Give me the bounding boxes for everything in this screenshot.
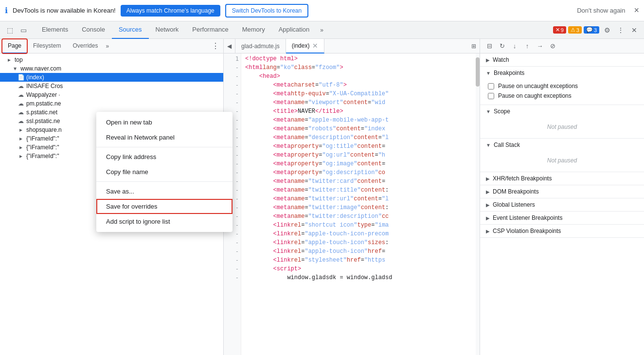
tab-network[interactable]: Network bbox=[149, 21, 186, 39]
scroll-indicator bbox=[476, 53, 480, 355]
file-icon: 📄 bbox=[18, 74, 24, 81]
center-panel: ◀ glad-admute.js (index) ✕ ⊞ 1 - - - - -… bbox=[224, 39, 480, 355]
tab-overrides[interactable]: Overrides bbox=[67, 39, 104, 53]
csp-label: CSP Violation Breakpoints bbox=[493, 228, 561, 234]
editor-tab-close[interactable]: ✕ bbox=[312, 42, 318, 50]
tree-label: ssl.pstatic.ne bbox=[26, 118, 60, 124]
ctx-separator-1 bbox=[96, 147, 233, 147]
tree-label: top bbox=[15, 56, 23, 63]
section-csp: ▶ CSP Violation Breakpoints bbox=[480, 225, 644, 238]
tree-item-index[interactable]: 📄 (index) bbox=[0, 73, 223, 82]
code-line: <title>NAVER</title> bbox=[245, 107, 476, 116]
code-line: <meta property="og:image" content= bbox=[245, 160, 476, 168]
section-dom-header[interactable]: ▶ DOM Breakpoints bbox=[480, 185, 644, 198]
tab-performance[interactable]: Performance bbox=[185, 21, 235, 39]
tree-label: www.naver.com bbox=[20, 65, 61, 72]
watch-arrow: ▶ bbox=[486, 57, 490, 63]
code-area[interactable]: 1 - - - - - - - - - - - - - - - - - - - bbox=[224, 53, 480, 355]
section-watch-header[interactable]: ▶ Watch bbox=[480, 53, 644, 66]
step-out-icon[interactable]: → bbox=[535, 41, 545, 52]
tab-sources[interactable]: Sources bbox=[112, 21, 149, 39]
cloud-icon: ☁ bbox=[18, 109, 24, 116]
breakpoints-arrow: ▼ bbox=[486, 71, 491, 76]
folder-icon: ▸ bbox=[18, 126, 24, 133]
code-line: <meta http-equiv="X-UA-Compatible" bbox=[245, 89, 476, 98]
editor-tab-label: (index) bbox=[292, 42, 310, 49]
panel-menu-dots[interactable]: ⋮ bbox=[210, 41, 221, 51]
section-event-listeners: ▶ Event Listener Breakpoints bbox=[480, 212, 644, 225]
ctx-save-as[interactable]: Save as... bbox=[96, 184, 233, 199]
cursor-icon[interactable]: ⬚ bbox=[4, 24, 16, 36]
editor-tab-index[interactable]: (index) ✕ bbox=[286, 39, 325, 53]
editor-expand-button[interactable]: ⊞ bbox=[468, 39, 480, 53]
section-global-listeners-header[interactable]: ▶ Global Listeners bbox=[480, 198, 644, 211]
section-callstack-body: Not paused bbox=[480, 151, 644, 172]
panel-more-tabs[interactable]: » bbox=[106, 43, 109, 50]
dismiss-button[interactable]: Don't show again bbox=[577, 7, 625, 14]
tab-application[interactable]: Application bbox=[272, 21, 317, 39]
tree-label: (index) bbox=[26, 74, 44, 81]
section-event-listeners-header[interactable]: ▶ Event Listener Breakpoints bbox=[480, 212, 644, 224]
section-csp-header[interactable]: ▶ CSP Violation Breakpoints bbox=[480, 225, 644, 237]
tree-item-pm[interactable]: ☁ pm.pstatic.ne bbox=[0, 99, 223, 108]
warning-badge[interactable]: ⚠3 bbox=[568, 26, 582, 34]
message-badge[interactable]: 💬3 bbox=[584, 26, 599, 34]
tree-item-wappalyzer[interactable]: ☁ Wappalyzer · bbox=[0, 90, 223, 99]
tree-label: pm.pstatic.ne bbox=[26, 100, 61, 107]
tree-label: INISAFE Cros bbox=[26, 83, 63, 89]
code-line: <link rel="apple-touch-icon-precom bbox=[245, 230, 476, 238]
resume-icon[interactable]: ↻ bbox=[497, 41, 507, 52]
ctx-save-overrides[interactable]: Save for overrides bbox=[96, 199, 233, 214]
more-options-icon[interactable]: ⋮ bbox=[615, 24, 626, 36]
cloud-icon: ☁ bbox=[18, 83, 24, 89]
ctx-open-new-tab[interactable]: Open in new tab bbox=[96, 115, 233, 130]
switch-language-button[interactable]: Switch DevTools to Korean bbox=[225, 4, 308, 18]
folder-icon: ▸ bbox=[18, 135, 24, 142]
code-line: <meta name="twitter:card" content= bbox=[245, 177, 476, 186]
main-toolbar: ⬚ ▭ Elements Console Sources Network Per… bbox=[0, 21, 644, 39]
scroll-thumb[interactable] bbox=[476, 57, 480, 87]
info-bar-text: DevTools is now available in Korean! bbox=[13, 7, 116, 14]
tree-item-top[interactable]: ▸ top bbox=[0, 55, 223, 64]
scope-arrow: ▼ bbox=[486, 109, 491, 114]
ctx-copy-filename[interactable]: Copy file name bbox=[96, 164, 233, 179]
xhr-arrow: ▶ bbox=[486, 176, 490, 181]
section-xhr-header[interactable]: ▶ XHR/fetch Breakpoints bbox=[480, 172, 644, 185]
tab-page[interactable]: Page bbox=[2, 39, 27, 53]
scope-label: Scope bbox=[494, 108, 510, 115]
caught-checkbox[interactable] bbox=[488, 93, 494, 99]
editor-tab-glad[interactable]: glad-admute.js bbox=[235, 39, 286, 53]
deactivate-icon[interactable]: ⊘ bbox=[547, 41, 558, 52]
match-language-button[interactable]: Always match Chrome's language bbox=[121, 5, 220, 17]
ctx-separator-2 bbox=[96, 181, 233, 182]
close-infobar-button[interactable]: × bbox=[634, 5, 639, 16]
global-arrow: ▶ bbox=[486, 202, 490, 208]
error-badge[interactable]: ✕9 bbox=[553, 26, 566, 34]
panel-layout-icon[interactable]: ⊟ bbox=[484, 41, 495, 52]
step-over-icon[interactable]: ↓ bbox=[509, 41, 520, 52]
tab-elements[interactable]: Elements bbox=[35, 21, 75, 39]
tab-filesystem[interactable]: Filesystem bbox=[27, 39, 67, 53]
section-dom: ▶ DOM Breakpoints bbox=[480, 185, 644, 198]
step-into-icon[interactable]: ↑ bbox=[522, 41, 533, 52]
section-scope-header[interactable]: ▼ Scope bbox=[480, 105, 644, 118]
section-breakpoints-header[interactable]: ▼ Breakpoints bbox=[480, 67, 644, 79]
tree-item-naver[interactable]: ▾ www.naver.com bbox=[0, 64, 223, 73]
ctx-ignore-list[interactable]: Add script to ignore list bbox=[96, 214, 233, 229]
more-tabs-button[interactable]: » bbox=[316, 21, 327, 39]
settings-icon[interactable]: ⚙ bbox=[601, 24, 613, 36]
tree-item-inisafe[interactable]: ☁ INISAFE Cros bbox=[0, 82, 223, 90]
ctx-copy-link[interactable]: Copy link address bbox=[96, 149, 233, 164]
editor-tab-prev[interactable]: ◀ bbox=[224, 39, 235, 53]
tab-console[interactable]: Console bbox=[75, 21, 112, 39]
close-devtools-icon[interactable]: ✕ bbox=[628, 24, 640, 36]
cloud-icon: ▾ bbox=[12, 65, 18, 72]
uncaught-checkbox[interactable] bbox=[488, 83, 494, 89]
ctx-reveal-network[interactable]: Reveal in Network panel bbox=[96, 130, 233, 145]
uncaught-label: Pause on uncaught exceptions bbox=[498, 83, 578, 89]
panel-tabs: Page Filesystem Overrides » ⋮ bbox=[0, 39, 223, 53]
section-callstack-header[interactable]: ▼ Call Stack bbox=[480, 139, 644, 151]
tab-memory[interactable]: Memory bbox=[235, 21, 272, 39]
device-icon[interactable]: ▭ bbox=[18, 24, 29, 36]
context-menu: Open in new tab Reveal in Network panel … bbox=[96, 112, 233, 232]
